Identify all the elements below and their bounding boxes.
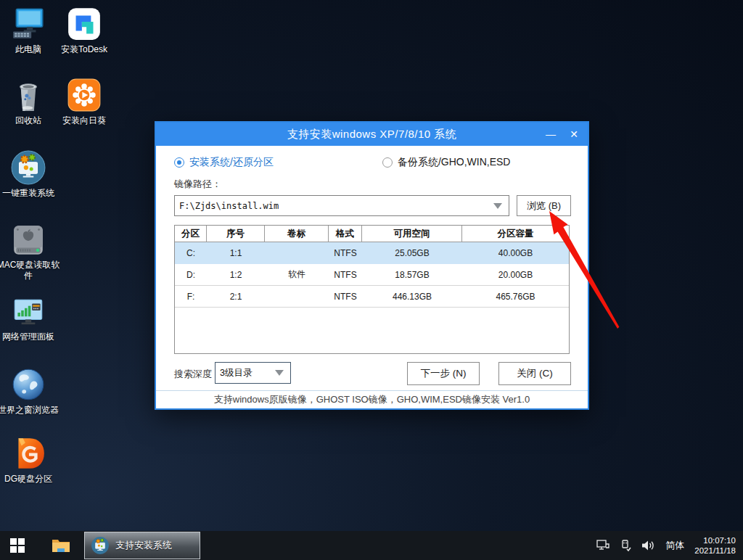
chevron-down-icon <box>275 370 284 376</box>
col-header: 分区容量 <box>462 226 569 242</box>
next-step-button[interactable]: 下一步 (N) <box>407 362 480 385</box>
cell: NTFS <box>329 286 362 307</box>
table-header-row: 分区 序号 卷标 格式 可用空间 分区容量 <box>175 226 569 242</box>
reinstall-system-icon <box>0 149 61 186</box>
search-depth-value: 3级目录 <box>215 367 275 379</box>
desktop-icon-world-browser[interactable]: 世界之窗浏览器 <box>0 366 61 416</box>
radio-selected-icon <box>174 157 184 168</box>
todesk-icon <box>52 6 117 42</box>
close-button[interactable]: 关闭 (C) <box>498 362 571 385</box>
desktop-icon-dg-partition[interactable]: DG硬盘分区 <box>0 435 61 485</box>
desktop-icon-label: 安装向日葵 <box>52 115 117 126</box>
reinstall-system-icon <box>91 536 110 555</box>
cell: 446.13GB <box>362 286 462 307</box>
table-row-d[interactable]: D: 1:2 软件 NTFS 18.57GB 20.00GB <box>175 264 569 286</box>
globe-icon <box>0 366 61 403</box>
radio-unselected-icon <box>382 157 393 168</box>
desktop-icon-sunlogin[interactable]: 安装向日葵 <box>52 77 117 126</box>
desktop-icon-label: 一键重装系统 <box>0 188 61 199</box>
image-path-value: F:\Zjds\install.wim <box>175 201 493 211</box>
sunflower-icon <box>52 77 117 113</box>
taskbar-clock[interactable]: 10:07:10 2021/11/18 <box>694 535 736 556</box>
chevron-down-icon <box>493 203 502 209</box>
desktop-icon-label: 世界之窗浏览器 <box>0 405 61 416</box>
cell: 40.00GB <box>462 242 569 263</box>
cell: 2:1 <box>207 286 265 307</box>
desktop-icon-label: 安装ToDesk <box>52 44 117 55</box>
cell: 465.76GB <box>462 286 569 307</box>
cell <box>265 242 329 263</box>
table-row-c[interactable]: C: 1:1 NTFS 25.05GB 40.00GB <box>175 242 569 264</box>
radio-label: 安装系统/还原分区 <box>189 156 274 169</box>
system-tray: 简体 10:07:10 2021/11/18 <box>596 531 743 560</box>
table-row-f[interactable]: F: 2:1 NTFS 446.13GB 465.76GB <box>175 286 569 308</box>
clock-time: 10:07:10 <box>694 535 736 545</box>
cell: 1:1 <box>207 242 265 263</box>
col-header: 序号 <box>207 226 265 242</box>
minimize-button[interactable]: — <box>540 123 562 146</box>
network-panel-icon <box>0 293 61 329</box>
cell: F: <box>175 286 207 307</box>
taskbar-item-label: 支持安装系统 <box>115 539 172 552</box>
cell: 25.05GB <box>362 242 462 263</box>
dialog-title: 支持安装windows XP/7/8/10 系统 <box>287 128 457 141</box>
col-header: 卷标 <box>265 226 329 242</box>
col-header: 可用空间 <box>362 226 462 242</box>
desktop-icon-mac-disk-reader[interactable]: MAC硬盘读取软件 <box>0 221 61 281</box>
desktop-icon-label: DG硬盘分区 <box>0 474 61 485</box>
cell: 1:2 <box>207 264 265 285</box>
desktop-icon-network-panel[interactable]: 网络管理面板 <box>0 293 61 342</box>
close-window-button[interactable]: ✕ <box>563 123 585 146</box>
desktop-icon-label: MAC硬盘读取软件 <box>0 260 61 281</box>
file-explorer-button[interactable] <box>45 531 77 560</box>
cell: D: <box>175 264 207 285</box>
image-path-label: 镜像路径： <box>174 178 221 191</box>
taskbar-item-installer[interactable]: 支持安装系统 <box>84 532 200 559</box>
usb-icon[interactable] <box>620 540 631 552</box>
dialog-footer-text: 支持windows原版镜像，GHOST ISO镜像，GHO,WIM,ESD镜像安… <box>156 390 588 408</box>
search-depth-label: 搜索深度 <box>174 368 212 381</box>
diskgenius-icon <box>0 435 61 472</box>
desktop-icon-label: 网络管理面板 <box>0 332 61 342</box>
cell: NTFS <box>329 264 362 285</box>
cell: 20.00GB <box>462 264 569 285</box>
network-icon[interactable] <box>596 540 610 551</box>
col-header: 分区 <box>175 226 207 242</box>
browse-button[interactable]: 浏览 (B) <box>517 195 571 216</box>
dialog-titlebar: 支持安装windows XP/7/8/10 系统 <box>156 123 588 146</box>
radio-label: 备份系统/GHO,WIN,ESD <box>398 156 511 169</box>
volume-icon[interactable] <box>641 540 655 551</box>
desktop-icon-onekey-reinstall[interactable]: 一键重装系统 <box>0 149 61 199</box>
folder-icon <box>52 538 70 553</box>
cell: 18.57GB <box>362 264 462 285</box>
image-path-combobox[interactable]: F:\Zjds\install.wim <box>174 195 509 216</box>
cell <box>265 286 329 307</box>
ime-indicator[interactable]: 简体 <box>665 539 684 552</box>
cell: 软件 <box>265 264 329 285</box>
radio-backup[interactable]: 备份系统/GHO,WIN,ESD <box>382 156 511 169</box>
cell: C: <box>175 242 207 263</box>
start-button[interactable] <box>0 531 35 560</box>
col-header: 格式 <box>329 226 362 242</box>
search-depth-select[interactable]: 3级目录 <box>215 362 291 384</box>
taskbar: 支持安装系统 简体 <box>0 531 743 560</box>
installer-dialog: 支持安装windows XP/7/8/10 系统 — ✕ 安装系统/还原分区 备… <box>155 121 589 410</box>
cell: NTFS <box>329 242 362 263</box>
windows-logo-icon <box>10 538 25 553</box>
desktop-icon-todesk[interactable]: 安装ToDesk <box>52 6 117 55</box>
partition-table: 分区 序号 卷标 格式 可用空间 分区容量 C: 1:1 NTFS 25.05G… <box>174 225 570 354</box>
clock-date: 2021/11/18 <box>694 545 736 556</box>
radio-install-restore[interactable]: 安装系统/还原分区 <box>174 156 274 169</box>
mac-disk-icon <box>0 221 61 258</box>
